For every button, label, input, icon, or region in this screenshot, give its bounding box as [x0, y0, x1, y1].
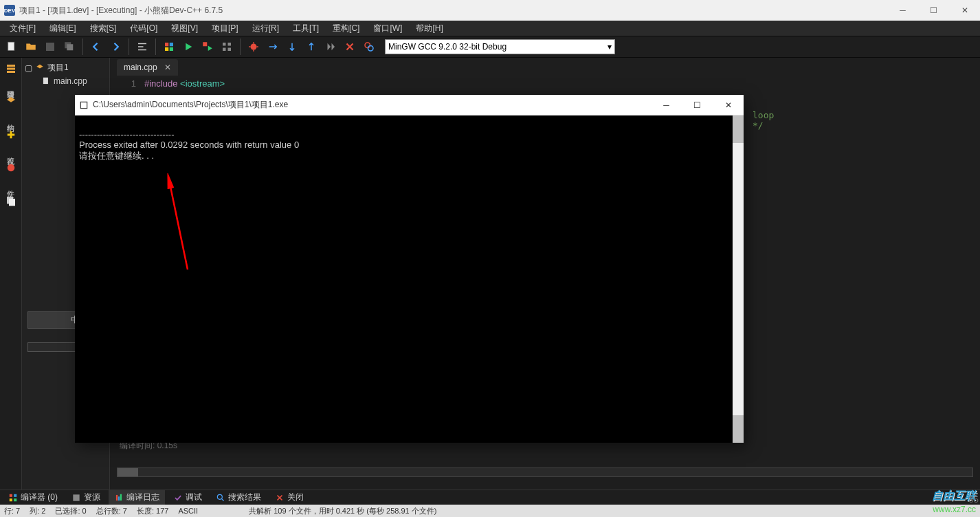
svg-rect-18: [7, 71, 15, 73]
tab-compile-log[interactable]: 编译日志: [109, 490, 165, 505]
project-manager-icon[interactable]: [4, 62, 18, 76]
back-icon[interactable]: [87, 38, 105, 56]
file-icon: [41, 76, 51, 86]
svg-point-31: [217, 494, 222, 499]
console-maximize-button[interactable]: ☐: [682, 95, 713, 116]
new-file-icon[interactable]: [3, 38, 21, 56]
svg-rect-8: [203, 42, 207, 46]
svg-rect-25: [10, 498, 12, 501]
menu-refactor[interactable]: 重构[C]: [326, 21, 366, 36]
reformat-icon[interactable]: [133, 38, 151, 56]
svg-point-19: [7, 164, 14, 172]
tree-project-row[interactable]: ▢ 项目1: [22, 60, 109, 75]
tab-compiler[interactable]: 编译器 (0): [3, 490, 63, 505]
rebuild-icon[interactable]: [218, 38, 236, 56]
debug-panel-icon[interactable]: [4, 161, 18, 175]
tree-file-row[interactable]: main.cpp: [22, 75, 109, 87]
console-scroll-thumb-bottom[interactable]: [733, 415, 744, 443]
menu-code[interactable]: 代码[O]: [123, 21, 164, 36]
console-output[interactable]: -------------------------------- Process…: [75, 116, 744, 443]
svg-rect-3: [67, 44, 73, 50]
code-keyword: #include: [144, 78, 177, 89]
editor-tab[interactable]: main.cpp ✕: [117, 59, 178, 76]
add-icon[interactable]: [4, 128, 18, 142]
console-separator: --------------------------------: [79, 129, 739, 140]
tab-close[interactable]: 关闭: [269, 490, 309, 505]
save-all-icon[interactable]: [60, 38, 78, 56]
stop-icon[interactable]: [341, 38, 359, 56]
step-out-icon[interactable]: [302, 38, 320, 56]
run-icon[interactable]: [179, 38, 197, 56]
svg-rect-11: [223, 48, 226, 52]
svg-rect-24: [14, 494, 16, 496]
svg-rect-1: [46, 43, 54, 51]
tab-debug[interactable]: 调试: [168, 490, 208, 505]
class-browser-icon[interactable]: [4, 95, 18, 109]
console-window: C:\Users\admin\Documents\Projects\项目1\项目…: [75, 95, 744, 443]
tree-file-name: main.cpp: [54, 76, 87, 86]
maximize-button[interactable]: ☐: [918, 0, 949, 21]
svg-rect-12: [228, 48, 232, 52]
compiler-dropdown[interactable]: MinGW GCC 9.2.0 32-bit Debug ▾: [385, 39, 615, 54]
menu-file[interactable]: 文件[F]: [3, 21, 43, 36]
menu-project[interactable]: 项目[P]: [205, 21, 245, 36]
menu-window[interactable]: 窗口[W]: [366, 21, 409, 36]
compile-run-icon[interactable]: [199, 38, 216, 56]
menu-tools[interactable]: 工具[T]: [286, 21, 326, 36]
compile-icon[interactable]: [160, 38, 178, 56]
bottom-panel-tabs: 编译器 (0) 资源 编译日志 调试 搜索结果 关闭: [0, 490, 980, 505]
svg-rect-17: [7, 68, 15, 70]
console-close-button[interactable]: ✕: [713, 95, 744, 116]
tab-close-icon[interactable]: ✕: [164, 63, 171, 72]
step-into-icon[interactable]: [283, 38, 301, 56]
code-header: <iostream>: [180, 78, 225, 89]
minimize-button[interactable]: ─: [887, 0, 918, 21]
menu-run[interactable]: 运行[R]: [245, 21, 286, 36]
menu-help[interactable]: 帮助[H]: [409, 21, 449, 36]
svg-rect-7: [170, 47, 173, 51]
svg-rect-0: [8, 42, 14, 50]
forward-icon[interactable]: [107, 38, 124, 56]
menu-bar: 文件[F] 编辑[E] 搜索[S] 代码[O] 视图[V] 项目[P] 运行[R…: [0, 21, 980, 36]
toolbar: MinGW GCC 9.2.0 32-bit Debug ▾: [0, 36, 980, 58]
menu-edit[interactable]: 编辑[E]: [43, 21, 83, 36]
status-bar: 行: 7 列: 2 已选择: 0 总行数: 7 长度: 177 ASCII 共解…: [0, 505, 980, 517]
scrollbar-thumb[interactable]: [118, 468, 138, 476]
svg-rect-28: [116, 494, 118, 500]
svg-rect-33: [81, 102, 87, 107]
step-over-icon[interactable]: [264, 38, 282, 56]
tree-expand-icon[interactable]: ▢: [25, 63, 32, 73]
project-icon: [35, 63, 45, 73]
console-scroll-thumb-top[interactable]: [733, 116, 744, 143]
window-titlebar: DEV 项目1 - [项目1.dev] - [Executing] - 小熊猫D…: [0, 0, 980, 21]
horizontal-scrollbar[interactable]: [117, 468, 973, 477]
tab-search-results[interactable]: 搜索结果: [210, 490, 267, 505]
console-titlebar[interactable]: C:\Users\admin\Documents\Projects\项目1\项目…: [75, 95, 744, 116]
open-file-icon[interactable]: [22, 38, 40, 56]
window-title: 项目1 - [项目1.dev] - [Executing] - 小熊猫Dev-C…: [19, 5, 223, 16]
menu-search[interactable]: 搜索[S]: [83, 21, 124, 36]
tab-resources[interactable]: 资源: [66, 490, 106, 505]
save-icon[interactable]: [41, 38, 59, 56]
svg-rect-22: [43, 78, 48, 84]
files-icon[interactable]: [4, 194, 18, 208]
tree-project-name: 项目1: [47, 62, 69, 74]
menu-view[interactable]: 视图[V]: [164, 21, 205, 36]
watch-icon[interactable]: [360, 38, 378, 56]
code-comment-remnant: loop */: [753, 110, 784, 131]
svg-rect-29: [118, 496, 120, 500]
corner-number: 85: [969, 494, 979, 505]
continue-icon[interactable]: [322, 38, 339, 56]
activity-bar: 项目管理 结构 监视 文件: [0, 58, 22, 490]
debug-icon[interactable]: [245, 38, 263, 56]
line-number: 1: [110, 78, 136, 89]
console-scrollbar[interactable]: [733, 116, 744, 443]
svg-rect-10: [228, 43, 232, 46]
close-button[interactable]: ✕: [949, 0, 980, 21]
watermark-url: www.xz7.cc: [933, 505, 976, 514]
svg-rect-5: [170, 43, 173, 46]
status-parse: 共解析 109 个文件，用时 0.421 秒 (每秒 258.91 个文件): [249, 506, 436, 516]
svg-rect-26: [14, 498, 16, 501]
console-minimize-button[interactable]: ─: [651, 95, 682, 116]
status-sel: 已选择: 0: [55, 506, 86, 516]
